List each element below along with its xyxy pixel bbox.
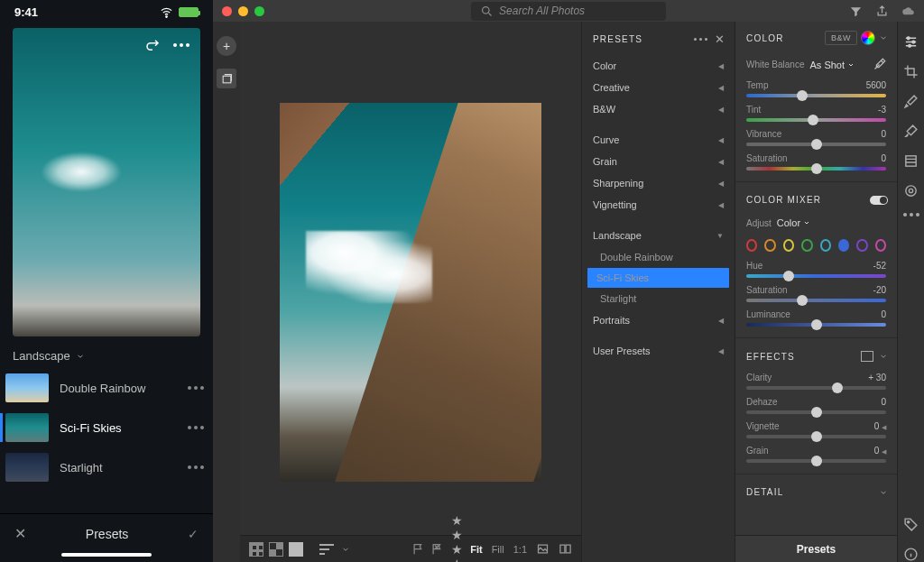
mobile-preset-item[interactable]: Double Rainbow xyxy=(0,368,213,408)
flag-icon[interactable] xyxy=(411,542,425,556)
color-channel-dot[interactable] xyxy=(820,239,831,252)
filter-icon[interactable] xyxy=(849,5,863,18)
color-channel-dot[interactable] xyxy=(856,239,867,252)
eyedropper-icon[interactable] xyxy=(873,58,886,71)
chevron-down-icon[interactable] xyxy=(879,33,888,42)
preset-group[interactable]: User Presets◀ xyxy=(582,340,735,362)
close-icon[interactable]: ✕ xyxy=(14,525,26,542)
rating-stars[interactable]: ★ ★ ★ ★ ★ xyxy=(451,513,463,563)
fill-button[interactable]: Fill xyxy=(492,544,504,555)
presets-more-icon[interactable] xyxy=(694,38,707,41)
chevron-down-icon[interactable] xyxy=(879,352,888,361)
reject-flag-icon[interactable] xyxy=(430,542,444,556)
color-channel-dot[interactable] xyxy=(875,239,886,252)
slider-knob[interactable] xyxy=(811,407,822,418)
add-button[interactable]: + xyxy=(217,36,236,56)
search-input[interactable]: Search All Photos xyxy=(471,2,666,21)
mobile-preset-item[interactable]: Sci-Fi Skies xyxy=(0,408,213,447)
heal-icon[interactable] xyxy=(903,94,919,109)
info-overlay-icon[interactable] xyxy=(536,542,550,556)
slider-knob[interactable] xyxy=(811,163,822,174)
library-button[interactable] xyxy=(217,69,236,88)
share-icon[interactable] xyxy=(875,5,889,18)
chevron-down-icon[interactable] xyxy=(879,488,888,497)
mixer-adjust-select[interactable]: Color xyxy=(777,217,810,228)
slider-track[interactable] xyxy=(746,435,886,438)
white-balance-select[interactable]: As Shot xyxy=(809,60,855,70)
fit-button[interactable]: Fit xyxy=(470,544,482,555)
grid-view-icon[interactable] xyxy=(249,542,263,557)
color-channel-dot[interactable] xyxy=(838,239,849,252)
preset-group[interactable]: Curve◀ xyxy=(582,129,735,151)
slider-track[interactable] xyxy=(746,167,886,170)
confirm-icon[interactable]: ✓ xyxy=(188,527,199,541)
redo-icon[interactable] xyxy=(144,37,161,53)
preset-more-icon[interactable] xyxy=(188,426,204,429)
linear-gradient-icon[interactable] xyxy=(903,153,919,169)
slider-knob[interactable] xyxy=(811,456,822,466)
mobile-photo-preview[interactable] xyxy=(13,28,200,336)
color-channel-dot[interactable] xyxy=(801,239,812,252)
photo-viewport[interactable] xyxy=(240,22,581,535)
preset-group[interactable]: Creative◀ xyxy=(582,77,735,98)
slider-track[interactable] xyxy=(746,410,886,414)
preset-group[interactable]: Sharpening◀ xyxy=(582,172,735,194)
preset-group[interactable]: Color◀ xyxy=(582,55,735,77)
preset-group[interactable]: Grain◀ xyxy=(582,151,735,172)
slider-track[interactable] xyxy=(746,323,886,327)
slider-knob[interactable] xyxy=(808,115,818,125)
before-after-icon[interactable] xyxy=(559,542,572,556)
presets-close-icon[interactable]: ✕ xyxy=(715,32,725,46)
preset-group[interactable]: Landscape▼ xyxy=(582,225,735,246)
chevron-down-icon[interactable] xyxy=(341,545,350,554)
color-channel-dot[interactable] xyxy=(783,239,794,252)
slider-track[interactable] xyxy=(746,274,886,278)
slider-knob[interactable] xyxy=(797,90,808,101)
slider-track[interactable] xyxy=(746,459,886,463)
color-wheel-icon[interactable] xyxy=(861,31,875,45)
slider-track[interactable] xyxy=(746,299,886,302)
cloud-icon[interactable] xyxy=(901,5,915,18)
color-channel-dot[interactable] xyxy=(746,239,757,252)
slider-knob[interactable] xyxy=(811,319,822,330)
slider-track[interactable] xyxy=(746,118,886,122)
mobile-preset-item[interactable]: Starlight xyxy=(0,447,213,487)
slider-track[interactable] xyxy=(746,143,886,146)
adjust-icon[interactable] xyxy=(903,34,919,50)
preset-subitem[interactable]: Double Rainbow xyxy=(582,246,735,268)
more-tools-icon[interactable] xyxy=(903,213,919,217)
mixer-toggle[interactable] xyxy=(870,196,888,205)
radial-gradient-icon[interactable] xyxy=(903,183,919,198)
more-icon[interactable] xyxy=(173,37,189,53)
preset-subitem[interactable]: Starlight xyxy=(582,288,735,309)
slider-track[interactable] xyxy=(746,94,886,97)
presets-footer-button[interactable]: Presets xyxy=(735,535,897,562)
bw-toggle[interactable]: B&W xyxy=(825,31,857,45)
preset-label: Creative xyxy=(593,82,630,93)
crop-icon[interactable] xyxy=(903,64,919,79)
mobile-preset-group[interactable]: Landscape xyxy=(0,345,213,368)
traffic-lights[interactable] xyxy=(222,6,264,16)
slider-knob[interactable] xyxy=(811,431,822,442)
sort-icon[interactable] xyxy=(319,544,336,555)
color-channel-dot[interactable] xyxy=(764,239,775,252)
slider-knob[interactable] xyxy=(797,295,808,306)
one-to-one-button[interactable]: 1:1 xyxy=(513,544,527,555)
brush-icon[interactable] xyxy=(903,124,919,139)
slider-knob[interactable] xyxy=(783,271,794,281)
effects-viewmode-icon[interactable] xyxy=(861,351,873,362)
tag-icon[interactable] xyxy=(903,517,919,532)
compare-view-icon[interactable] xyxy=(269,542,283,557)
preset-group[interactable]: Vignetting◀ xyxy=(582,194,735,216)
info-icon[interactable] xyxy=(903,547,919,562)
detail-view-icon[interactable] xyxy=(289,542,303,557)
preset-group[interactable]: Portraits◀ xyxy=(582,309,735,331)
slider-knob[interactable] xyxy=(811,139,822,150)
slider-track[interactable] xyxy=(746,386,886,390)
preset-group[interactable]: B&W◀ xyxy=(582,98,735,120)
preset-subitem[interactable]: Sci-Fi Skies xyxy=(587,268,729,288)
slider-row: Tint-3 xyxy=(735,101,897,125)
preset-more-icon[interactable] xyxy=(188,386,204,390)
preset-more-icon[interactable] xyxy=(188,465,204,469)
slider-knob[interactable] xyxy=(832,382,843,393)
